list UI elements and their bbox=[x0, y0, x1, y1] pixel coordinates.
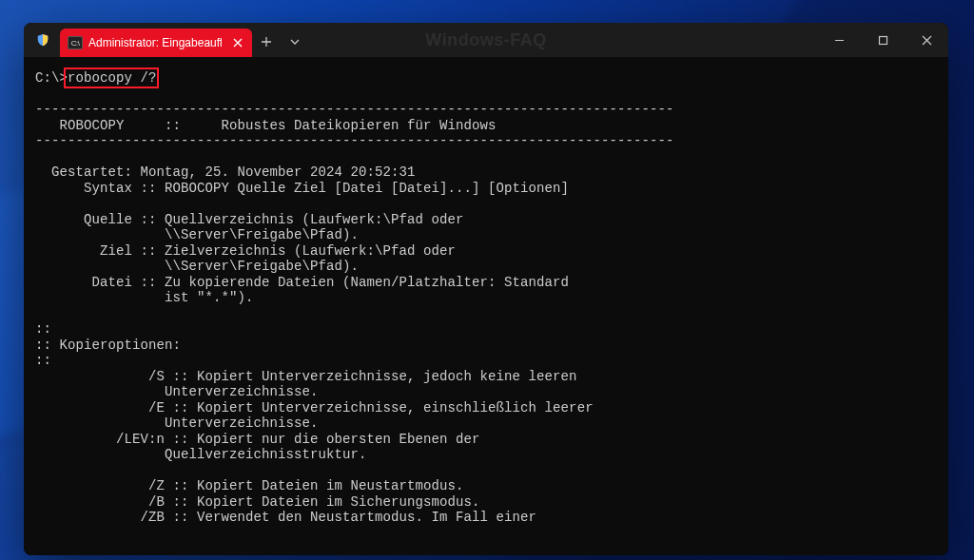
tab-active[interactable]: C:\ Administrator: Eingabeauffor bbox=[60, 29, 252, 57]
header-desc: Robustes Dateikopieren für Windows bbox=[222, 118, 497, 133]
param-ziel-l1: Zielverzeichnis (Laufwerk:\Pfad oder bbox=[165, 243, 456, 259]
param-quelle-l2: \\Server\Freigabe\Pfad). bbox=[165, 227, 359, 242]
watermark-text: Windows-FAQ bbox=[425, 30, 546, 50]
header-name: ROBOCOPY bbox=[60, 118, 125, 133]
tab-title: Administrator: Eingabeauffor bbox=[88, 36, 222, 49]
opt-b-l1: Kopiert Dateien im Sicherungsmodus. bbox=[197, 494, 480, 510]
close-window-button[interactable] bbox=[905, 23, 948, 57]
new-tab-button[interactable] bbox=[252, 28, 281, 56]
started-label: Gestartet: bbox=[51, 164, 132, 180]
dash-top: ----------------------------------------… bbox=[35, 102, 674, 117]
minimize-button[interactable] bbox=[817, 23, 861, 57]
syntax-label: Syntax :: bbox=[84, 181, 157, 196]
prompt-path: C:\> bbox=[35, 70, 68, 86]
param-ziel-l2: \\Server\Freigabe\Pfad). bbox=[165, 259, 359, 274]
opt-e-l2: Unterverzeichnisse. bbox=[165, 415, 319, 431]
opt-e-flag: /E :: bbox=[148, 400, 189, 415]
opt-lev-l1: Kopiert nur die obersten Ebenen der bbox=[197, 432, 480, 447]
titlebar[interactable]: C:\ Administrator: Eingabeauffor Windows… bbox=[24, 23, 948, 57]
opt-zb-l1: Verwendet den Neustartmodus. Im Fall ein… bbox=[197, 510, 536, 525]
tab-dropdown-button[interactable] bbox=[281, 28, 309, 56]
prompt-line: C:\>robocopy /? bbox=[35, 70, 157, 86]
opt-lev-flag: /LEV:n :: bbox=[116, 432, 189, 447]
svg-rect-0 bbox=[879, 36, 886, 44]
param-quelle-l1: Quellverzeichnis (Laufwerk:\Pfad oder bbox=[165, 212, 464, 227]
opt-z-flag: /Z :: bbox=[148, 478, 189, 493]
param-datei-l2: ist "*.*"). bbox=[165, 290, 254, 305]
opt-b-flag: /B :: bbox=[148, 494, 189, 510]
prompt-command: robocopy /? bbox=[68, 70, 157, 86]
terminal-body[interactable]: C:\>robocopy /? ------------------------… bbox=[24, 57, 948, 555]
opt-z-l1: Kopiert Dateien im Neustartmodus. bbox=[197, 478, 464, 493]
opt-s-flag: /S :: bbox=[148, 369, 189, 384]
maximize-button[interactable] bbox=[861, 23, 905, 57]
opt-zb-flag: /ZB :: bbox=[141, 510, 189, 525]
section-copy: Kopieroptionen: bbox=[60, 338, 182, 353]
param-datei-label: Datei :: bbox=[92, 275, 157, 290]
shield-icon bbox=[35, 32, 50, 48]
syntax-value: ROBOCOPY Quelle Ziel [Datei [Datei]...] … bbox=[165, 181, 569, 196]
param-datei-l1: Zu kopierende Dateien (Namen/Platzhalter… bbox=[165, 275, 569, 290]
opt-s-l1: Kopiert Unterverzeichnisse, jedoch keine… bbox=[197, 369, 577, 384]
started-value: Montag, 25. November 2024 20:52:31 bbox=[141, 164, 416, 180]
tab-close-button[interactable] bbox=[229, 34, 246, 51]
header-sep: :: bbox=[165, 118, 181, 133]
dash-bottom: ----------------------------------------… bbox=[35, 133, 674, 148]
opt-e-l1: Kopiert Unterverzeichnisse, einschließli… bbox=[197, 400, 594, 415]
param-quelle-label: Quelle :: bbox=[84, 212, 157, 227]
param-ziel-label: Ziel :: bbox=[100, 243, 157, 259]
opt-s-l2: Unterverzeichnisse. bbox=[165, 384, 319, 399]
opt-lev-l2: Quellverzeichnisstruktur. bbox=[165, 447, 367, 462]
terminal-window: C:\ Administrator: Eingabeauffor Windows… bbox=[24, 23, 948, 555]
cmd-icon: C:\ bbox=[68, 36, 83, 49]
